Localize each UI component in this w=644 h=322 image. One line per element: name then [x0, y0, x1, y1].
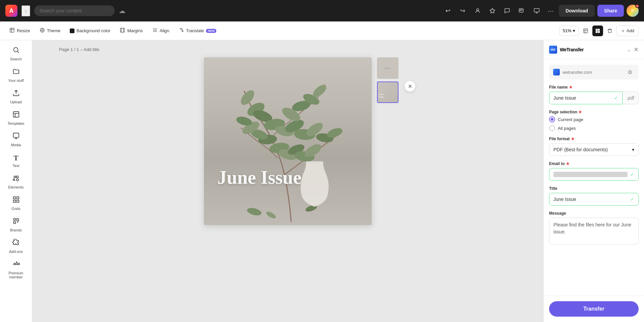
canvas-design-title: June Issue: [217, 167, 302, 188]
svg-rect-21: [13, 112, 19, 117]
sidebar-item-addons[interactable]: Add-ons: [2, 235, 30, 257]
theme-icon: [40, 28, 45, 34]
close-preview-button[interactable]: ✕: [405, 81, 415, 92]
canvas-wrapper[interactable]: Notes JuneIssue ✕: [204, 57, 372, 225]
file-format-select[interactable]: PDF (Best for documents) ▾: [549, 143, 639, 156]
svg-rect-3: [10, 28, 14, 32]
delete-button[interactable]: [604, 25, 615, 36]
star-button[interactable]: [486, 5, 498, 17]
svg-rect-29: [13, 200, 15, 202]
panel-close-button[interactable]: ✕: [634, 46, 639, 53]
media-icon: [12, 132, 20, 142]
present-button[interactable]: [531, 5, 543, 17]
comment-button[interactable]: [501, 5, 513, 17]
share-button[interactable]: Share: [597, 5, 624, 17]
sidebar-label-grids: Grids: [11, 207, 20, 211]
bg-color-button[interactable]: Background color: [66, 26, 114, 35]
svg-rect-30: [16, 200, 18, 202]
message-textarea[interactable]: Please find the files here for our June …: [549, 218, 639, 245]
page-selection-group: Page selection ★ Current page All pages: [549, 110, 639, 131]
radio-all-pages[interactable]: All pages: [549, 125, 639, 131]
radio-current-page-indicator: [549, 116, 555, 122]
file-name-label: File name ★: [549, 85, 639, 90]
sidebar-item-templates[interactable]: Templates: [2, 107, 30, 129]
notes-button[interactable]: [580, 25, 591, 36]
search-input[interactable]: [34, 5, 115, 16]
svg-rect-24: [13, 133, 19, 138]
cloud-icon: ☁: [119, 7, 125, 15]
url-input[interactable]: [562, 70, 623, 75]
comment2-button[interactable]: [516, 5, 528, 17]
file-name-input[interactable]: June Issue ✓: [549, 92, 623, 104]
undo-button[interactable]: ↩: [442, 5, 454, 17]
sidebar-label-brands: Brands: [10, 228, 22, 232]
page-selection-label: Page selection ★: [549, 110, 639, 114]
sidebar-item-upload[interactable]: Upload: [2, 86, 30, 107]
svg-point-18: [13, 48, 18, 52]
redo-button[interactable]: ↪: [457, 5, 469, 17]
sidebar-label-media: Media: [11, 143, 21, 147]
folder-icon: [12, 68, 20, 77]
sidebar-label-upload: Upload: [10, 100, 22, 104]
sidebar-item-media[interactable]: Media: [2, 129, 30, 150]
elements-icon: [12, 174, 20, 184]
thumbnail-1[interactable]: Notes: [377, 57, 398, 79]
email-to-label: Email to ★: [549, 161, 639, 166]
message-label: Message: [549, 211, 639, 216]
margins-button[interactable]: Margins: [116, 25, 147, 36]
collaborate-button[interactable]: [472, 5, 484, 17]
email-input[interactable]: ✓: [549, 168, 639, 181]
premium-icon: [12, 260, 20, 270]
plant-illustration: [204, 57, 372, 225]
back-button[interactable]: ‹: [21, 5, 30, 16]
svg-rect-28: [16, 197, 18, 199]
file-name-check-icon: ✓: [614, 95, 618, 101]
sidebar-item-elements[interactable]: Elements: [2, 171, 30, 193]
svg-rect-5: [120, 28, 124, 32]
zoom-control[interactable]: 51% ▾: [559, 26, 579, 36]
select-chevron-icon: ▾: [632, 147, 634, 152]
svg-rect-17: [598, 31, 600, 33]
sidebar-item-search[interactable]: Search: [2, 43, 30, 64]
settings-button[interactable]: ⚙: [625, 67, 635, 77]
grids-icon: [12, 196, 20, 205]
sidebar-item-text[interactable]: T Text: [2, 150, 30, 171]
transfer-button[interactable]: Transfer: [549, 301, 639, 317]
more-options[interactable]: ···: [545, 6, 556, 16]
title-input[interactable]: June Issue ✓: [549, 193, 639, 206]
align-button[interactable]: Align: [148, 25, 173, 36]
wetransfer-header: WE WeTransfer ⌄ ✕: [544, 40, 644, 59]
resize-button[interactable]: Resize: [5, 25, 34, 36]
canvas-page[interactable]: June Issue: [204, 57, 372, 225]
sidebar-item-grids[interactable]: Grids: [2, 193, 30, 214]
translate-button[interactable]: Translate NEW: [175, 25, 221, 36]
download-button[interactable]: Download: [559, 5, 595, 17]
title-group: Title June Issue ✓: [549, 186, 639, 206]
plus-icon: ＋: [621, 28, 625, 34]
radio-current-page[interactable]: Current page: [549, 116, 639, 122]
resize-icon: [9, 28, 15, 34]
add-button[interactable]: ＋ Add: [616, 25, 639, 36]
svg-point-56: [265, 210, 277, 220]
sidebar-label-text: Text: [12, 164, 19, 168]
sidebar-label-elements: Elements: [8, 185, 24, 189]
align-icon: [152, 28, 158, 34]
theme-button[interactable]: Theme: [36, 25, 64, 36]
zoom-chevron-icon: ▾: [573, 28, 575, 33]
file-name-ext: .pdf: [623, 92, 639, 104]
wetransfer-footer: Transfer: [544, 296, 644, 322]
email-check-icon: ✓: [630, 172, 634, 177]
sidebar-label-templates: Templates: [7, 121, 24, 125]
margins-icon: [120, 28, 125, 34]
sidebar-item-brands[interactable]: Brands: [2, 214, 30, 235]
sidebar-item-premium[interactable]: Premium member: [2, 257, 30, 282]
svg-rect-15: [598, 29, 600, 31]
grid-view-button[interactable]: [592, 25, 603, 36]
panel-collapse-button[interactable]: ⌄: [627, 47, 631, 52]
sidebar-item-your-stuff[interactable]: Your stuff: [2, 64, 30, 86]
svg-point-25: [14, 176, 16, 178]
thumbnail-2[interactable]: JuneIssue: [377, 82, 398, 103]
avatar[interactable]: P 1: [627, 5, 639, 17]
text-icon: T: [13, 154, 18, 162]
sidebar-label-addons: Add-ons: [9, 250, 23, 254]
